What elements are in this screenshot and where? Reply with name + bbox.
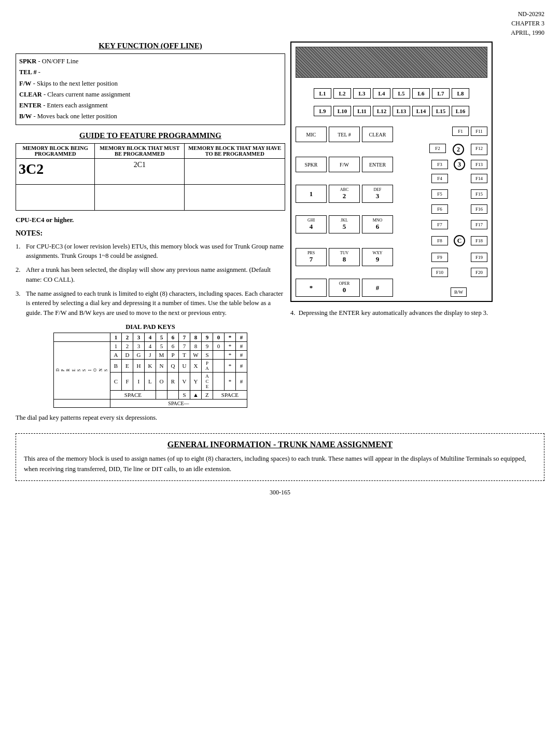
dial-row-press-label: DPRESSIONS 1 2 3 4 5 6 7 8 9 0 * bbox=[54, 341, 247, 350]
f7-key[interactable]: F7 bbox=[431, 220, 448, 229]
f3-key[interactable]: F3 bbox=[431, 160, 448, 169]
key-6[interactable]: MNO 6 bbox=[362, 215, 393, 233]
d1-8: 8 bbox=[190, 341, 201, 350]
d5-space2: SPACE bbox=[213, 390, 247, 399]
d4-2: F bbox=[121, 372, 133, 390]
left-column: KEY FUNCTION (OFF LINE) SPKR - ON/OFF Li… bbox=[16, 42, 285, 423]
general-info-box: GENERAL INFORMATION - TRUNK NAME ASSIGNM… bbox=[16, 433, 544, 481]
f5-key[interactable]: F5 bbox=[431, 189, 448, 199]
dial-col-h6: 6 bbox=[167, 333, 178, 341]
f9-key[interactable]: F9 bbox=[431, 253, 448, 262]
f15-key[interactable]: F15 bbox=[471, 189, 487, 199]
l11-key[interactable]: L11 bbox=[353, 106, 371, 116]
f18-key[interactable]: F18 bbox=[471, 236, 487, 245]
l9-key[interactable]: L9 bbox=[314, 106, 331, 116]
f13-key[interactable]: F13 bbox=[471, 160, 487, 169]
key-0[interactable]: OPER 0 bbox=[329, 279, 360, 297]
d1-3: 3 bbox=[133, 341, 144, 350]
note-2: 2. After a trunk has been selected, the … bbox=[16, 265, 285, 285]
f17-key[interactable]: F17 bbox=[471, 220, 487, 229]
f8-key[interactable]: F8 bbox=[431, 236, 448, 245]
key-5[interactable]: JKL 5 bbox=[329, 215, 360, 233]
notes-list: 1. For CPU-EC3 (or lower revision levels… bbox=[16, 242, 285, 318]
dial-col-hstar: * bbox=[224, 333, 235, 341]
d1-1: 1 bbox=[110, 341, 121, 350]
key-7[interactable]: PRS 7 bbox=[296, 248, 327, 266]
f1-key[interactable]: F1 bbox=[452, 127, 469, 136]
bw-key[interactable]: B/W bbox=[451, 287, 467, 297]
f14-key[interactable]: F14 bbox=[471, 174, 487, 183]
key-2[interactable]: ABC 2 bbox=[329, 185, 360, 203]
right-column: L1 L2 L3 L4 L5 L6 L7 L8 L9 L10 L11 L12 bbox=[285, 42, 544, 423]
l1-key[interactable]: L1 bbox=[314, 88, 331, 99]
l10-key[interactable]: L10 bbox=[333, 106, 351, 116]
f6-key[interactable]: F6 bbox=[431, 204, 448, 214]
f10-key[interactable]: F10 bbox=[431, 268, 448, 277]
mic-key[interactable]: MIC bbox=[296, 127, 327, 142]
f2-key[interactable]: F2 bbox=[429, 144, 446, 153]
f4-key[interactable]: F4 bbox=[431, 174, 448, 183]
phone-diagram: L1 L2 L3 L4 L5 L6 L7 L8 L9 L10 L11 L12 bbox=[290, 42, 493, 302]
spkr-key[interactable]: SPKR bbox=[296, 157, 327, 172]
enter-key[interactable]: ENTER bbox=[362, 157, 393, 172]
clear-key[interactable]: CLEAR bbox=[362, 127, 393, 142]
f11-key[interactable]: F11 bbox=[471, 127, 487, 136]
key-3[interactable]: DEF 3 bbox=[362, 185, 393, 203]
f20-key[interactable]: F20 bbox=[471, 268, 487, 277]
d1-9: 9 bbox=[201, 341, 213, 350]
d2-9: S bbox=[201, 350, 213, 359]
l13-key[interactable]: L13 bbox=[393, 106, 410, 116]
key-8[interactable]: TUV 8 bbox=[329, 248, 360, 266]
guide-row2-col2 bbox=[95, 184, 185, 210]
l14-key[interactable]: L14 bbox=[412, 106, 430, 116]
key-4[interactable]: GHI 4 bbox=[296, 215, 327, 233]
dial-col-h9: 9 bbox=[201, 333, 213, 341]
d3-9: PA bbox=[201, 359, 213, 372]
key-star[interactable]: * bbox=[296, 279, 327, 297]
key-9[interactable]: WXY 9 bbox=[362, 248, 393, 266]
note-3-text: The name assigned to each trunk is limit… bbox=[26, 289, 285, 318]
d4-6: R bbox=[167, 372, 178, 390]
dial-col-hhash: # bbox=[235, 333, 247, 341]
fw-key[interactable]: F/W bbox=[329, 157, 360, 172]
l5-key[interactable]: L5 bbox=[393, 88, 410, 99]
l3-key[interactable]: L3 bbox=[353, 88, 371, 99]
d3-hash: # bbox=[235, 359, 247, 372]
d3-0 bbox=[213, 359, 224, 372]
key-hash[interactable]: # bbox=[362, 279, 393, 297]
d3-5: N bbox=[156, 359, 167, 372]
d3-8: X bbox=[190, 359, 201, 372]
header-line1: ND-20292 bbox=[511, 9, 544, 19]
d4-star: * bbox=[224, 372, 235, 390]
header-line3: APRIL, 1990 bbox=[511, 28, 544, 37]
d1-6: 6 bbox=[167, 341, 178, 350]
l2-key[interactable]: L2 bbox=[333, 88, 351, 99]
l6-key[interactable]: L6 bbox=[412, 88, 430, 99]
l4-key[interactable]: L4 bbox=[373, 88, 390, 99]
d2-4: J bbox=[144, 350, 156, 359]
f16-key[interactable]: F16 bbox=[471, 204, 487, 214]
l15-key[interactable]: L15 bbox=[432, 106, 450, 116]
f19-key[interactable]: F19 bbox=[471, 253, 487, 262]
l16-key[interactable]: L16 bbox=[452, 106, 469, 116]
d4-hash: # bbox=[235, 372, 247, 390]
d4-0 bbox=[213, 372, 224, 390]
guide-row1-col1: 3C2 bbox=[16, 158, 95, 184]
circle-badge-2: 2 bbox=[453, 144, 464, 155]
l7-key[interactable]: L7 bbox=[432, 88, 450, 99]
tel-hash-key[interactable]: TEL # bbox=[329, 127, 360, 142]
guide-table: MEMORY BLOCK BEING PROGRAMMED MEMORY BLO… bbox=[16, 143, 285, 211]
d3-7: U bbox=[178, 359, 190, 372]
key-1[interactable]: 1 bbox=[296, 185, 327, 203]
d4-9: ACE bbox=[201, 372, 213, 390]
d2-2: D bbox=[121, 350, 133, 359]
f12-key[interactable]: F12 bbox=[471, 144, 487, 155]
l8-key[interactable]: L8 bbox=[452, 88, 469, 99]
d5-5 bbox=[156, 390, 167, 399]
l12-key[interactable]: L12 bbox=[373, 106, 390, 116]
d2-7: T bbox=[178, 350, 190, 359]
guide-title: GUIDE TO FEATURE PROGRAMMING bbox=[16, 131, 285, 140]
kf-item-enter: ENTER - Enters each assignment bbox=[19, 100, 282, 111]
d5-space1: SPACE bbox=[110, 390, 156, 399]
dial-col-h1: 1 bbox=[110, 333, 121, 341]
